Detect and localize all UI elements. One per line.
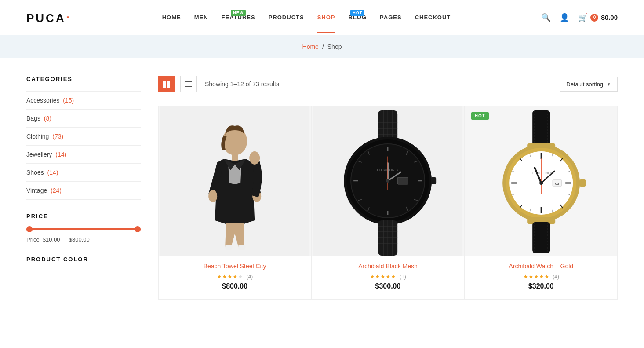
review-count: (4) — [553, 274, 559, 280]
products-toolbar: Showing 1–12 of 73 results Default sorti… — [158, 76, 618, 92]
category-count: (8) — [44, 115, 51, 122]
svg-rect-3 — [167, 84, 170, 88]
product-name-archibald-gold[interactable]: Archibald Watch – Gold — [474, 263, 608, 270]
category-shoes[interactable]: Shoes (14) — [26, 164, 141, 182]
nav-item-pages[interactable]: PAGES — [380, 14, 402, 21]
product-image-svg-black: I LOVE ONLY — [312, 106, 464, 256]
category-jewellery[interactable]: Jewellery (14) — [26, 146, 141, 164]
price-thumb-max[interactable] — [135, 226, 141, 232]
star-4: ★ — [386, 273, 391, 280]
category-name: Clothing — [26, 133, 49, 140]
category-name: Jewellery — [26, 151, 52, 158]
main-content: CATEGORIES Accessories (15) Bags (8) Clo… — [0, 58, 644, 317]
hot-badge: HOT — [350, 10, 364, 16]
svg-point-84 — [539, 181, 543, 185]
sort-label: Default sorting — [566, 81, 603, 88]
product-stars-archibald-gold: ★★★★★ (4) — [474, 273, 608, 280]
product-image-svg — [159, 106, 311, 256]
product-grid: Beach Towel Steel City ★★★★★ (4) $800.00 — [158, 106, 618, 300]
svg-rect-41 — [397, 177, 408, 184]
sort-arrow-icon: ▼ — [607, 82, 611, 87]
nav-item-checkout[interactable]: CHECKOUT — [415, 14, 451, 21]
svg-rect-56 — [532, 110, 550, 146]
category-vintage[interactable]: Vintage (24) — [26, 182, 141, 200]
list-icon — [185, 81, 192, 88]
svg-rect-14 — [238, 245, 245, 250]
price-title: PRICE — [26, 213, 141, 220]
star-2: ★ — [375, 273, 380, 280]
logo-dot: · — [66, 9, 72, 25]
cart-icon: 🛒 — [578, 13, 588, 22]
star-3: ★ — [227, 273, 233, 280]
category-accessories[interactable]: Accessories (15) — [26, 91, 141, 110]
product-stars-beach-towel: ★★★★★ (4) — [167, 273, 302, 280]
product-color-title: PRODUCT COLOR — [26, 256, 141, 263]
svg-text:03: 03 — [555, 182, 559, 186]
star-2: ★ — [222, 273, 227, 280]
account-icon[interactable]: 👤 — [560, 13, 569, 22]
product-info-archibald-black: Archibald Black Mesh ★★★★★ (1) $300.00 — [312, 256, 464, 299]
hot-badge: HOT — [471, 112, 489, 120]
results-text: Showing 1–12 of 73 results — [205, 81, 554, 88]
star-5: ★ — [238, 273, 243, 280]
svg-rect-2 — [163, 84, 166, 88]
price-range-track[interactable] — [26, 228, 141, 230]
svg-point-12 — [249, 151, 260, 165]
category-name: Bags — [26, 115, 40, 122]
category-name: Accessories — [26, 97, 59, 104]
nav-item-products[interactable]: PRODUCTS — [269, 14, 304, 21]
nav-item-features[interactable]: NEW FEATURES — [222, 14, 255, 21]
main-nav: HOME MEN NEW FEATURES PRODUCTS SHOP HOT … — [162, 14, 451, 21]
star-1: ★ — [523, 273, 528, 280]
logo[interactable]: PUCA· — [26, 9, 72, 26]
header-icons: 🔍 👤 🛒 0 $0.00 — [541, 13, 618, 22]
breadcrumb: Home / Shop — [302, 43, 342, 50]
product-card-beach-towel[interactable]: Beach Towel Steel City ★★★★★ (4) $800.00 — [158, 106, 311, 300]
star-3: ★ — [534, 273, 539, 280]
new-badge: NEW — [231, 10, 246, 16]
grid-view-button[interactable] — [158, 76, 175, 92]
star-4: ★ — [539, 273, 544, 280]
category-list: Accessories (15) Bags (8) Clothing (73) … — [26, 91, 141, 200]
product-image-archibald-gold: HOT — [465, 106, 617, 256]
star-1: ★ — [217, 273, 222, 280]
cart-count: 0 — [590, 14, 598, 22]
product-name-archibald-black[interactable]: Archibald Black Mesh — [320, 263, 455, 270]
category-clothing[interactable]: Clothing (73) — [26, 128, 141, 146]
sort-dropdown[interactable]: Default sorting ▼ — [560, 77, 618, 92]
nav-item-home[interactable]: HOME — [162, 14, 181, 21]
review-count: (1) — [400, 274, 406, 280]
svg-rect-13 — [225, 245, 232, 250]
svg-rect-1 — [167, 81, 170, 84]
cart-button[interactable]: 🛒 0 $0.00 — [578, 13, 618, 22]
svg-rect-4 — [185, 81, 192, 82]
nav-item-shop[interactable]: SHOP — [317, 14, 335, 21]
product-card-archibald-black[interactable]: I LOVE ONLY Archibald Black Mesh — [311, 106, 464, 300]
sidebar: CATEGORIES Accessories (15) Bags (8) Clo… — [26, 76, 141, 300]
svg-rect-27 — [431, 177, 436, 184]
breadcrumb-home[interactable]: Home — [302, 43, 319, 50]
products-area: Showing 1–12 of 73 results Default sorti… — [158, 76, 618, 300]
nav-item-men[interactable]: MEN — [194, 14, 208, 21]
search-icon[interactable]: 🔍 — [541, 13, 551, 22]
svg-rect-5 — [185, 84, 192, 84]
star-4: ★ — [233, 273, 238, 280]
svg-rect-88 — [532, 222, 550, 253]
breadcrumb-bar: Home / Shop — [0, 35, 644, 58]
product-card-archibald-gold[interactable]: HOT — [465, 106, 618, 300]
star-2: ★ — [528, 273, 534, 280]
category-bags[interactable]: Bags (8) — [26, 110, 141, 128]
category-count: (14) — [47, 169, 58, 176]
price-range-fill — [26, 228, 141, 230]
svg-rect-0 — [163, 81, 166, 84]
product-stars-archibald-black: ★★★★★ (1) — [320, 273, 455, 280]
product-price-archibald-black: $300.00 — [320, 282, 455, 290]
product-info-beach-towel: Beach Towel Steel City ★★★★★ (4) $800.00 — [159, 256, 311, 299]
star-3: ★ — [380, 273, 386, 280]
product-name-beach-towel[interactable]: Beach Towel Steel City — [167, 263, 302, 270]
product-image-svg-gold: I LOVE ONLY 03 — [465, 106, 617, 256]
price-thumb-min[interactable] — [26, 226, 33, 232]
svg-point-45 — [386, 179, 389, 183]
list-view-button[interactable] — [180, 76, 197, 92]
nav-item-blog[interactable]: HOT BLOG — [349, 14, 367, 21]
